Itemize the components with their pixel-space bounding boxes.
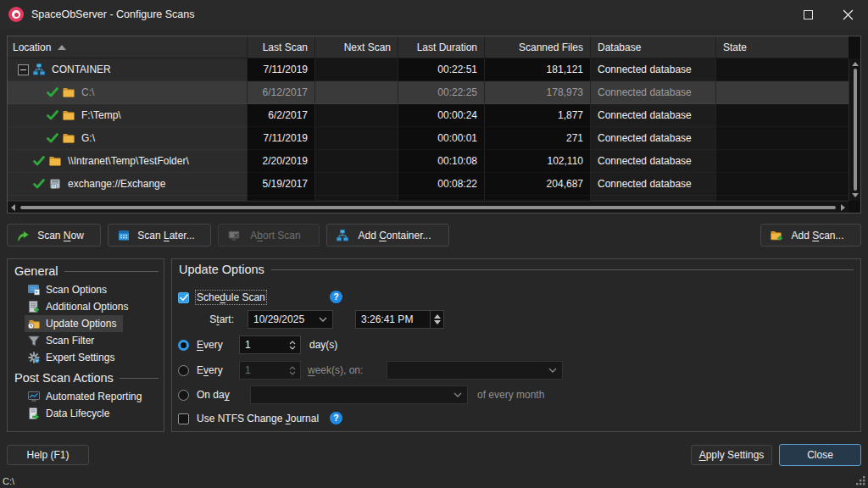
sidebar-item-additional-options[interactable]: Additional Options [25, 298, 135, 315]
folder-icon [48, 154, 62, 168]
scan-now-button[interactable]: Scan Now [7, 224, 101, 247]
table-header-row: Location Last Scan Next Scan Last Durati… [8, 36, 849, 58]
data-lifecycle-icon [27, 407, 41, 420]
apply-settings-button[interactable]: Apply Settings [691, 445, 772, 465]
exchange-server-icon [48, 177, 62, 191]
add-scan-folder-icon [770, 229, 783, 242]
sidebar-item-scan-filter[interactable]: Scan Filter [25, 332, 101, 349]
every-week-label[interactable]: Every [197, 364, 223, 376]
close-window-button[interactable] [828, 0, 868, 29]
start-time-spinner[interactable]: 3:26:41 PM [355, 310, 444, 329]
horizontal-scrollbar[interactable] [8, 201, 849, 213]
check-icon [46, 86, 59, 99]
scroll-right-icon[interactable] [841, 204, 845, 211]
column-header-last-scan[interactable]: Last Scan [248, 36, 315, 58]
check-icon [32, 154, 46, 168]
sidebar-group-post-scan-actions: Post Scan Actions [14, 371, 159, 385]
column-header-location[interactable]: Location [8, 36, 248, 58]
weekday-dropdown [387, 361, 563, 380]
check-icon [32, 177, 46, 191]
every-day-radio[interactable] [178, 340, 189, 351]
every-week-radio[interactable] [178, 365, 189, 376]
every-day-label[interactable]: Every [197, 339, 223, 351]
window-title: SpaceObServer - Configure Scans [31, 8, 194, 20]
panel-title: Update Options [179, 263, 854, 276]
column-header-last-duration[interactable]: Last Duration [398, 36, 485, 58]
ntfs-change-journal-checkbox[interactable] [178, 413, 189, 424]
every-day-count-stepper[interactable]: 1 [239, 336, 301, 354]
on-day-radio[interactable] [178, 390, 189, 401]
scan-now-label: Scan Now [30, 230, 92, 241]
scroll-up-icon[interactable] [852, 62, 859, 66]
update-options-panel: Update Options Schedule Scan ? Start: 10… [171, 258, 861, 432]
calendar-icon [117, 229, 131, 242]
check-icon [46, 108, 59, 122]
help-icon[interactable]: ? [330, 291, 342, 303]
abort-scan-button: Abort Scan [218, 224, 320, 247]
day-suffix-label: day(s) [309, 339, 337, 351]
table-row[interactable]: \\Intranet\Temp\TestFolder\ 2/20/2019 00… [8, 150, 849, 173]
add-container-label: Add Container... [349, 230, 440, 241]
chevron-down-icon [314, 317, 332, 322]
gear-icon [27, 351, 41, 364]
configure-scans-window: SpaceObServer - Configure Scans Location… [0, 0, 868, 488]
start-date-dropdown[interactable]: 10/29/2025 [248, 310, 333, 329]
maximize-button[interactable] [788, 0, 828, 29]
filter-icon [27, 334, 41, 347]
sidebar-group-general: General [14, 264, 159, 278]
column-header-database[interactable]: Database [591, 36, 716, 58]
scan-options-icon [27, 283, 41, 297]
scroll-left-icon[interactable] [11, 204, 15, 211]
folder-icon [62, 131, 75, 145]
table-row-selected[interactable]: C:\ 6/12/2017 00:22:25 178,973 Connected… [8, 81, 849, 104]
table-row[interactable]: CONTAINER 7/11/2019 00:22:51 181,121 Con… [8, 58, 849, 81]
stepper-arrows [289, 366, 300, 375]
settings-sidebar: General Scan Options Additional Options … [7, 258, 164, 432]
folder-icon [62, 86, 75, 99]
collapse-expander-icon[interactable] [18, 64, 29, 75]
column-header-state[interactable]: State [716, 36, 849, 58]
schedule-scan-label[interactable]: Schedule Scan [197, 291, 265, 303]
add-scan-button[interactable]: Add Scan... [760, 224, 861, 247]
container-icon [32, 63, 46, 76]
close-icon [843, 9, 854, 20]
sidebar-item-update-options[interactable]: Update Options [25, 315, 123, 332]
status-path: C:\ [3, 476, 14, 486]
help-button[interactable]: Help (F1) [7, 445, 89, 465]
time-spin-buttons[interactable] [430, 311, 443, 328]
scroll-down-icon[interactable] [852, 193, 859, 197]
every-week-count-value: 1 [240, 364, 289, 376]
scan-later-label: Scan Later... [131, 230, 202, 241]
sidebar-item-scan-options[interactable]: Scan Options [25, 281, 114, 298]
table-row[interactable]: exchange://Exchange 5/19/2017 00:08:22 2… [8, 173, 849, 196]
scan-toolbar: Scan Now Scan Later... Abort Scan Add Co… [7, 224, 861, 247]
ntfs-change-journal-label[interactable]: Use NTFS Change Journal [197, 413, 319, 424]
column-header-next-scan[interactable]: Next Scan [315, 36, 398, 58]
sidebar-item-expert-settings[interactable]: Expert Settings [25, 349, 121, 366]
on-day-label[interactable]: On day [197, 389, 230, 401]
scan-later-button[interactable]: Scan Later... [108, 224, 211, 247]
close-button[interactable]: Close [779, 444, 861, 466]
stepper-arrows[interactable] [289, 341, 300, 350]
start-label: Start: [209, 313, 234, 325]
add-container-icon [336, 229, 349, 242]
vertical-scrollbar[interactable] [849, 58, 860, 201]
sidebar-item-automated-reporting[interactable]: Automated Reporting [25, 388, 148, 405]
spin-up-icon[interactable] [434, 314, 441, 319]
vertical-scroll-thumb[interactable] [854, 69, 857, 191]
help-icon[interactable]: ? [330, 412, 342, 424]
schedule-scan-checkbox[interactable] [178, 292, 189, 303]
week-suffix-label: week(s), on: [308, 364, 363, 376]
table-row[interactable]: F:\Temp\ 6/2/2017 00:00:24 1,877 Connect… [8, 104, 849, 127]
column-header-scanned-files[interactable]: Scanned Files [485, 36, 591, 58]
start-date-value: 10/29/2025 [248, 313, 314, 325]
titlebar: SpaceObServer - Configure Scans [0, 0, 868, 29]
sidebar-item-data-lifecycle[interactable]: Data Lifecycle [25, 405, 116, 422]
horizontal-scroll-thumb[interactable] [20, 206, 836, 209]
spin-down-icon[interactable] [434, 320, 441, 324]
resize-grip[interactable] [856, 476, 865, 485]
sort-ascending-icon [58, 45, 66, 50]
maximize-icon [804, 10, 813, 19]
table-row[interactable]: G:\ 7/11/2019 00:00:01 271 Connected dat… [8, 127, 849, 150]
add-container-button[interactable]: Add Container... [326, 224, 449, 247]
